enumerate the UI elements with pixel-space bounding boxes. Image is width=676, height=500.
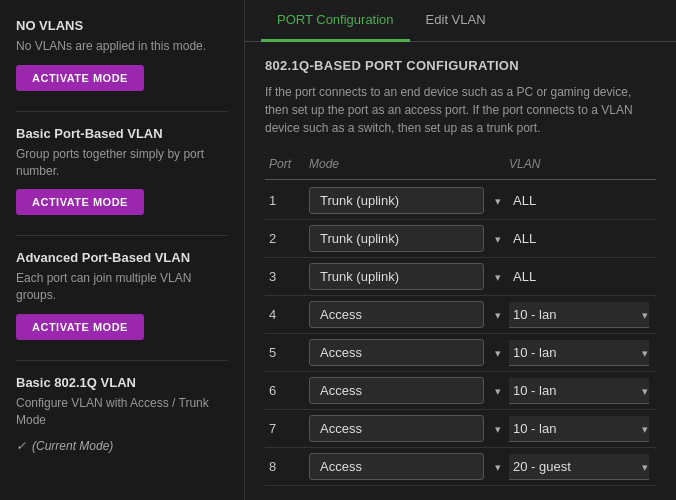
basic-8021q-section: Basic 802.1Q VLAN Configure VLAN with Ac…	[16, 375, 228, 453]
section-title: 802.1Q-BASED PORT CONFIGURATION	[265, 58, 656, 73]
port-number: 5	[269, 345, 309, 360]
vlan-select-wrapper: 10 - lan 20 - guest	[509, 416, 652, 442]
port-number: 2	[269, 231, 309, 246]
table-row: 8 Access Trunk (uplink) 20 - guest 10 - …	[265, 448, 656, 486]
mode-select-wrapper: Access Trunk (uplink)	[309, 301, 509, 328]
no-vlans-activate-button[interactable]: ACTIVATE MODE	[16, 65, 144, 91]
vlan-dropdown-5[interactable]: 10 - lan 20 - guest	[509, 340, 649, 366]
mode-dropdown-8[interactable]: Access Trunk (uplink)	[309, 453, 484, 480]
port-number: 6	[269, 383, 309, 398]
vlan-value: ALL	[509, 231, 652, 246]
vlan-dropdown-7[interactable]: 10 - lan 20 - guest	[509, 416, 649, 442]
current-mode-indicator: ✓ (Current Mode)	[16, 439, 228, 453]
divider-3	[16, 360, 228, 361]
table-row: 2 Trunk (uplink) Access ALL	[265, 220, 656, 258]
advanced-port-vlan-title: Advanced Port-Based VLAN	[16, 250, 228, 265]
header-mode: Mode	[309, 157, 509, 171]
port-number: 1	[269, 193, 309, 208]
vlan-select-wrapper: 10 - lan 20 - guest	[509, 378, 652, 404]
basic-8021q-title: Basic 802.1Q VLAN	[16, 375, 228, 390]
no-vlans-section: NO VLANS No VLANs are applied in this mo…	[16, 18, 228, 91]
basic-port-vlan-desc: Group ports together simply by port numb…	[16, 146, 228, 180]
advanced-port-vlan-desc: Each port can join multiple VLAN groups.	[16, 270, 228, 304]
current-mode-label: (Current Mode)	[32, 439, 113, 453]
vlan-select-wrapper: 20 - guest 10 - lan	[509, 454, 652, 480]
header-vlan: VLAN	[509, 157, 652, 171]
no-vlans-desc: No VLANs are applied in this mode.	[16, 38, 228, 55]
port-number: 7	[269, 421, 309, 436]
vlan-select-wrapper: 10 - lan 20 - guest	[509, 340, 652, 366]
right-panel: PORT Configuration Edit VLAN 802.1Q-BASE…	[245, 0, 676, 500]
tab-port-config[interactable]: PORT Configuration	[261, 0, 410, 42]
mode-select-wrapper: Trunk (uplink) Access	[309, 187, 509, 214]
divider-1	[16, 111, 228, 112]
vlan-value: ALL	[509, 193, 652, 208]
port-number: 8	[269, 459, 309, 474]
mode-select-wrapper: Access Trunk (uplink)	[309, 339, 509, 366]
table-row: 4 Access Trunk (uplink) 10 - lan 20 - gu…	[265, 296, 656, 334]
checkmark-icon: ✓	[16, 439, 26, 453]
mode-dropdown-2[interactable]: Trunk (uplink) Access	[309, 225, 484, 252]
basic-port-vlan-section: Basic Port-Based VLAN Group ports togeth…	[16, 126, 228, 216]
vlan-dropdown-8[interactable]: 20 - guest 10 - lan	[509, 454, 649, 480]
mode-select-wrapper: Access Trunk (uplink)	[309, 453, 509, 480]
left-panel: NO VLANS No VLANs are applied in this mo…	[0, 0, 245, 500]
header-port: Port	[269, 157, 309, 171]
mode-select-wrapper: Trunk (uplink) Access	[309, 225, 509, 252]
mode-dropdown-3[interactable]: Trunk (uplink) Access	[309, 263, 484, 290]
mode-dropdown-6[interactable]: Access Trunk (uplink)	[309, 377, 484, 404]
no-vlans-title: NO VLANS	[16, 18, 228, 33]
mode-select-wrapper: Access Trunk (uplink)	[309, 415, 509, 442]
table-header: Port Mode VLAN	[265, 153, 656, 180]
mode-select-wrapper: Trunk (uplink) Access	[309, 263, 509, 290]
advanced-port-vlan-activate-button[interactable]: ACTIVATE MODE	[16, 314, 144, 340]
vlan-value: ALL	[509, 269, 652, 284]
mode-dropdown-1[interactable]: Trunk (uplink) Access	[309, 187, 484, 214]
mode-dropdown-5[interactable]: Access Trunk (uplink)	[309, 339, 484, 366]
table-row: 1 Trunk (uplink) Access ALL	[265, 182, 656, 220]
tab-bar: PORT Configuration Edit VLAN	[245, 0, 676, 42]
tab-edit-vlan[interactable]: Edit VLAN	[410, 0, 502, 42]
basic-8021q-desc: Configure VLAN with Access / Trunk Mode	[16, 395, 228, 429]
main-content: 802.1Q-BASED PORT CONFIGURATION If the p…	[245, 42, 676, 500]
advanced-port-vlan-section: Advanced Port-Based VLAN Each port can j…	[16, 250, 228, 340]
mode-dropdown-4[interactable]: Access Trunk (uplink)	[309, 301, 484, 328]
port-number: 4	[269, 307, 309, 322]
table-row: 3 Trunk (uplink) Access ALL	[265, 258, 656, 296]
vlan-select-wrapper: 10 - lan 20 - guest	[509, 302, 652, 328]
table-row: 7 Access Trunk (uplink) 10 - lan 20 - gu…	[265, 410, 656, 448]
table-row: 5 Access Trunk (uplink) 10 - lan 20 - gu…	[265, 334, 656, 372]
port-number: 3	[269, 269, 309, 284]
mode-select-wrapper: Access Trunk (uplink)	[309, 377, 509, 404]
table-row: 6 Access Trunk (uplink) 10 - lan 20 - gu…	[265, 372, 656, 410]
mode-dropdown-7[interactable]: Access Trunk (uplink)	[309, 415, 484, 442]
vlan-dropdown-6[interactable]: 10 - lan 20 - guest	[509, 378, 649, 404]
vlan-dropdown-4[interactable]: 10 - lan 20 - guest	[509, 302, 649, 328]
divider-2	[16, 235, 228, 236]
basic-port-vlan-activate-button[interactable]: ACTIVATE MODE	[16, 189, 144, 215]
basic-port-vlan-title: Basic Port-Based VLAN	[16, 126, 228, 141]
section-description: If the port connects to an end device su…	[265, 83, 656, 137]
port-table: Port Mode VLAN 1 Trunk (uplink) Access A…	[265, 153, 656, 486]
